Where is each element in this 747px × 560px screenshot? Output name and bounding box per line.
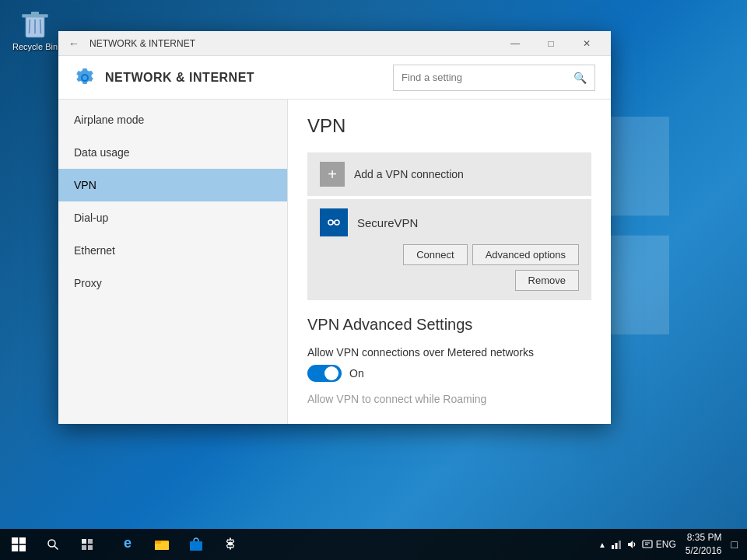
settings-button[interactable]	[215, 529, 246, 560]
taskbar-system-icons: ▲	[598, 539, 653, 550]
back-button[interactable]: ←	[65, 34, 83, 53]
taskbar-search-button[interactable]	[37, 529, 68, 560]
metered-networks-label: Allow VPN connections over Metered netwo…	[307, 346, 591, 359]
settings-gear-icon	[74, 67, 96, 89]
vpn-connection-icon	[320, 208, 348, 236]
start-icon	[12, 537, 26, 551]
desktop: Recycle Bin ← NETWORK & INTERNET — □ ✕	[0, 0, 747, 560]
title-bar: ← NETWORK & INTERNET — □ ✕	[58, 31, 611, 56]
vpn-advanced-settings-title: VPN Advanced Settings	[307, 316, 591, 334]
search-input[interactable]	[402, 72, 573, 83]
svg-rect-19	[82, 539, 86, 544]
svg-point-27	[229, 541, 233, 545]
sidebar-item-label: VPN	[74, 179, 96, 191]
settings-window: ← NETWORK & INTERNET — □ ✕ NETWORK & INT…	[58, 31, 611, 424]
svg-marker-31	[628, 541, 633, 548]
remove-row: Remove	[320, 270, 579, 291]
taskbar: e	[0, 529, 747, 560]
svg-rect-14	[19, 537, 26, 544]
recycle-bin-icon	[19, 8, 51, 39]
sidebar-item-ethernet[interactable]: Ethernet	[58, 234, 287, 267]
taskbar-language[interactable]: ENG	[653, 539, 679, 550]
vpn-icon-svg	[324, 213, 343, 232]
svg-line-18	[54, 546, 58, 550]
sidebar-item-label: Airplane mode	[74, 114, 144, 126]
svg-rect-6	[31, 12, 39, 15]
svg-rect-13	[12, 537, 18, 544]
toggle-container: On	[307, 365, 591, 382]
sidebar-item-proxy[interactable]: Proxy	[58, 267, 287, 299]
title-bar-text: NETWORK & INTERNET	[89, 38, 195, 49]
svg-line-7	[30, 19, 30, 33]
add-vpn-label: Add a VPN connection	[354, 168, 464, 180]
store-icon	[190, 537, 202, 551]
toggle-on-label: On	[349, 367, 364, 380]
svg-rect-28	[612, 545, 614, 549]
message-icon	[642, 539, 653, 550]
start-button[interactable]	[0, 529, 37, 560]
add-vpn-card[interactable]: + Add a VPN connection	[307, 152, 591, 196]
vpn-entry-header: SecureVPN	[320, 208, 579, 236]
content-area: VPN + Add a VPN connection	[288, 100, 611, 424]
svg-rect-30	[619, 541, 621, 549]
advanced-options-button[interactable]: Advanced options	[472, 244, 579, 265]
show-hidden-icons[interactable]: ▲	[598, 541, 606, 549]
task-view-icon	[81, 538, 93, 551]
taskbar-date: 5/2/2016	[686, 544, 722, 558]
settings-icon	[224, 537, 237, 550]
store-button[interactable]	[181, 529, 212, 560]
taskbar-search-icon	[47, 538, 59, 551]
sidebar-item-label: Dial-up	[74, 212, 108, 224]
search-icon[interactable]: 🔍	[573, 72, 587, 84]
svg-rect-22	[88, 545, 93, 550]
close-button[interactable]: ✕	[569, 31, 605, 56]
taskbar-right: ▲ ENG 8:35 PM 5/2/2016	[598, 531, 747, 558]
search-box[interactable]: 🔍	[393, 65, 595, 91]
explorer-button[interactable]	[146, 529, 177, 560]
title-bar-left: ← NETWORK & INTERNET	[65, 34, 195, 53]
settings-title: NETWORK & INTERNET	[105, 71, 254, 85]
svg-rect-25	[155, 541, 161, 544]
sidebar-item-label: Ethernet	[74, 244, 115, 257]
svg-rect-20	[88, 539, 93, 544]
remove-button[interactable]: Remove	[515, 270, 579, 291]
sidebar-item-data-usage[interactable]: Data usage	[58, 136, 287, 169]
vpn-action-buttons: Connect Advanced options	[320, 244, 579, 265]
sidebar-item-vpn[interactable]: VPN	[58, 169, 287, 201]
maximize-button[interactable]: □	[533, 31, 569, 56]
explorer-icon	[155, 537, 169, 550]
connect-button[interactable]: Connect	[403, 244, 467, 265]
svg-rect-15	[12, 545, 18, 551]
settings-header-left: NETWORK & INTERNET	[74, 67, 254, 89]
taskbar-time: 8:35 PM	[686, 531, 722, 544]
sidebar-item-label: Proxy	[74, 277, 102, 289]
vpn-title: VPN	[307, 115, 591, 137]
network-icon	[611, 539, 622, 550]
sidebar-item-dialup[interactable]: Dial-up	[58, 201, 287, 234]
metered-networks-setting: Allow VPN connections over Metered netwo…	[307, 346, 591, 382]
task-view-button[interactable]	[68, 529, 106, 560]
recycle-bin-label: Recycle Bin	[12, 42, 58, 51]
title-bar-controls: — □ ✕	[497, 31, 605, 56]
svg-rect-16	[19, 545, 26, 551]
svg-rect-29	[615, 543, 617, 549]
volume-icon	[626, 539, 637, 550]
roaming-label-partial: Allow VPN to connect while Roaming	[307, 393, 591, 405]
sidebar-item-airplane-mode[interactable]: Airplane mode	[58, 103, 287, 136]
sidebar: Airplane mode Data usage VPN Dial-up Eth…	[58, 100, 288, 424]
taskbar-left: e	[0, 529, 252, 560]
svg-point-10	[328, 220, 333, 225]
svg-point-11	[335, 220, 339, 225]
metered-networks-toggle[interactable]	[307, 365, 342, 382]
edge-button[interactable]: e	[112, 529, 143, 560]
settings-header: NETWORK & INTERNET 🔍	[58, 56, 611, 100]
taskbar-clock[interactable]: 8:35 PM 5/2/2016	[679, 531, 728, 558]
notifications-button[interactable]: □	[728, 538, 741, 551]
recycle-bin[interactable]: Recycle Bin	[8, 8, 62, 51]
taskbar-apps: e	[106, 529, 252, 560]
sidebar-item-label: Data usage	[74, 146, 130, 159]
svg-rect-26	[190, 541, 202, 551]
add-icon: +	[320, 162, 345, 187]
svg-rect-32	[643, 541, 652, 548]
minimize-button[interactable]: —	[497, 31, 533, 56]
